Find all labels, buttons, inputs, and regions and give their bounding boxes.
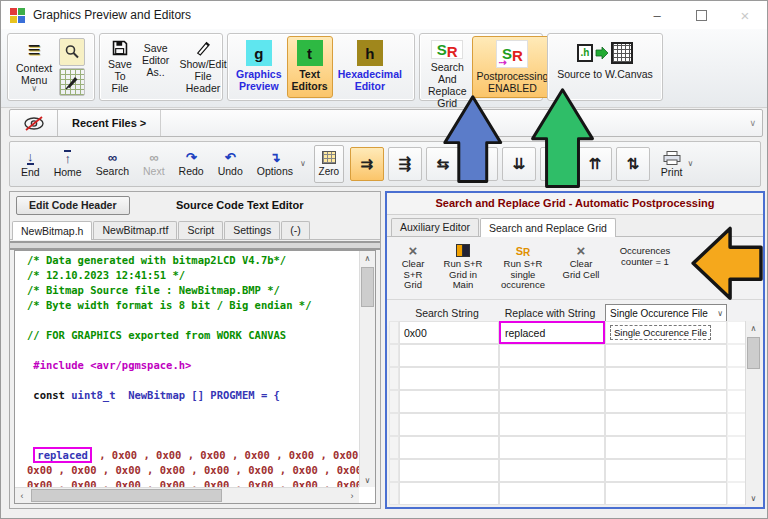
scroll-right-icon[interactable]: ›	[345, 488, 359, 503]
toolbar-redo-button[interactable]: ↷Redo	[172, 145, 211, 183]
recent-files-label[interactable]: Recent Files >	[58, 117, 160, 129]
code-editor[interactable]: /* Data generated with bitmap2LCD V4.7b*…	[14, 250, 376, 504]
minimize-button[interactable]: –	[635, 1, 679, 29]
mode-box[interactable]: Single Occurence File	[610, 325, 711, 340]
tab-auxiliary-editor[interactable]: Auxiliary Editor	[391, 218, 479, 236]
vertical-scrollbar[interactable]: ∧ ∨	[359, 251, 375, 487]
source-to-wcanvas-button[interactable]: .h Source to W.Canvas	[552, 36, 658, 98]
occurence-mode-cell[interactable]	[605, 344, 727, 367]
search-string-cell[interactable]	[399, 459, 499, 482]
grid-vertical-scrollbar[interactable]: ∧ ∨	[745, 321, 761, 505]
replace-string-cell[interactable]	[499, 413, 605, 436]
spacing-right-double-button[interactable]: ⇉	[350, 147, 384, 181]
spacing-left-double-button[interactable]: ⇇	[464, 147, 498, 181]
tab-[interactable]: (-)	[281, 221, 310, 239]
replace-string-cell[interactable]	[499, 459, 605, 482]
pin-tool-button[interactable]	[59, 68, 85, 96]
occurence-mode-cell[interactable]: Single Occurence File	[605, 321, 727, 344]
postprocessing-enabled-button[interactable]: SR⇢ Postprocessing ENABLED	[472, 36, 554, 98]
eye-slash-icon	[21, 115, 47, 132]
canvas-group: .h Source to W.Canvas	[547, 33, 663, 101]
scroll-left-icon[interactable]: ‹	[15, 488, 29, 503]
occurence-mode-dropdown[interactable]: Single Occurence File ∨	[605, 304, 727, 323]
spacing-right-triple-button[interactable]: ⇶	[388, 147, 422, 181]
occurence-mode-cell[interactable]	[605, 482, 727, 505]
scroll-up-icon[interactable]: ∧	[746, 321, 761, 335]
tab-search-and-replace-grid[interactable]: Search and Replace Grid	[480, 218, 616, 237]
zero-button[interactable]: Zero	[314, 145, 344, 183]
tab-newbitmap-rtf[interactable]: NewBitmap.rtf	[93, 221, 177, 239]
occurence-mode-cell[interactable]	[605, 390, 727, 413]
replace-string-cell[interactable]	[499, 436, 605, 459]
search-string-cell[interactable]: 0x00	[399, 321, 499, 344]
spacing-updown-button[interactable]: ⇵	[540, 147, 574, 181]
close-button[interactable]: ×	[723, 1, 767, 29]
occurence-mode-cell[interactable]	[605, 459, 727, 482]
row-gutter	[389, 321, 399, 344]
occurence-mode-cell[interactable]	[605, 367, 727, 390]
spacing-vertical-button[interactable]: ⇅	[616, 147, 650, 181]
scrollbar-thumb[interactable]	[31, 489, 222, 502]
run-sr-single-button[interactable]: SR Run S+R single occurence	[493, 241, 553, 293]
occurence-mode-cell[interactable]	[605, 413, 727, 436]
run-grid-icon	[456, 243, 470, 258]
search-string-cell[interactable]	[399, 482, 499, 505]
save-to-file-button[interactable]: Save To File	[103, 36, 137, 98]
run-sr-grid-main-button[interactable]: Run S+R Grid in Main	[437, 241, 489, 293]
srgrid-tabs: Auxiliary EditorSearch and Replace Grid	[387, 215, 763, 237]
edit-code-header-button[interactable]: Edit Code Header	[16, 196, 130, 215]
spacing-up-double-button[interactable]: ⇈	[578, 147, 612, 181]
code-line	[27, 403, 359, 418]
occurence-mode-cell[interactable]	[605, 436, 727, 459]
show-edit-file-header-button[interactable]: Show/Edit File Header	[174, 36, 231, 98]
save-editor-as-button[interactable]: Save Editor As..	[137, 36, 174, 98]
horizontal-scrollbar[interactable]: ‹ ›	[15, 487, 359, 503]
floppy-disk-icon	[109, 40, 131, 56]
search-and-replace-grid-button[interactable]: SR Search And Replace Grid	[423, 36, 472, 98]
search-string-cell[interactable]	[399, 413, 499, 436]
search-string-cell[interactable]	[399, 390, 499, 413]
recent-files-list[interactable]: ∨	[160, 110, 762, 136]
code-line: /* 12.10.2023 12:41:51 */	[27, 268, 359, 283]
replace-string-cell[interactable]: replaced	[499, 321, 605, 344]
scroll-up-icon[interactable]: ∧	[360, 251, 375, 265]
text-editors-icon: t	[297, 40, 323, 66]
print-button[interactable]: Print	[656, 145, 688, 183]
hexadecimal-editor-button[interactable]: h Hexadecimal Editor	[333, 36, 407, 98]
tab-newbitmap-h[interactable]: NewBitmap.h	[12, 221, 92, 240]
replace-string-cell[interactable]	[499, 344, 605, 367]
clear-grid-cell-button[interactable]: × Clear Grid Cell	[557, 241, 605, 282]
toolbar-options-button[interactable]: ↴Options	[250, 145, 300, 183]
replace-string-cell[interactable]	[499, 390, 605, 413]
clear-sr-grid-button[interactable]: × Clear S+R Grid	[393, 241, 433, 293]
grid-row	[389, 436, 761, 459]
zoom-tool-button[interactable]	[59, 38, 85, 66]
tab-settings[interactable]: Settings	[224, 221, 280, 239]
toolbar-search-button[interactable]: ∞Search	[89, 145, 136, 183]
context-menu-button[interactable]: ≡ Context Menu ∨	[11, 36, 57, 98]
row-gutter	[389, 459, 399, 482]
toolbar-end-button[interactable]: ↓End	[14, 145, 47, 183]
replace-string-cell[interactable]	[499, 367, 605, 390]
toolbar-undo-button[interactable]: ↶Undo	[211, 145, 250, 183]
editor-panel-title: Source Code Text Editor	[130, 199, 380, 211]
scroll-down-icon[interactable]: ∨	[746, 491, 761, 505]
scrollbar-thumb[interactable]	[361, 267, 374, 307]
graphics-preview-button[interactable]: g Graphics Preview	[231, 36, 287, 98]
code-text[interactable]: /* Data generated with bitmap2LCD V4.7b*…	[15, 253, 359, 487]
search-string-cell[interactable]	[399, 367, 499, 390]
spacing-down-double-button[interactable]: ⇊	[502, 147, 536, 181]
scroll-down-icon[interactable]: ∨	[360, 473, 375, 487]
text-editors-button[interactable]: t Text Editors	[287, 36, 333, 98]
toolbar-home-button[interactable]: ↑Home	[47, 145, 89, 183]
scrollbar-thumb[interactable]	[747, 337, 760, 369]
maximize-button[interactable]	[679, 1, 723, 29]
splitter-handle[interactable]	[10, 241, 380, 250]
search-string-cell[interactable]	[399, 436, 499, 459]
tab-script[interactable]: Script	[178, 221, 223, 239]
search-string-cell[interactable]	[399, 344, 499, 367]
sr-single-icon: SR	[516, 243, 531, 258]
replace-string-cell[interactable]	[499, 482, 605, 505]
hide-panel-button[interactable]	[10, 110, 58, 136]
spacing-swap-button[interactable]: ⇆	[426, 147, 460, 181]
